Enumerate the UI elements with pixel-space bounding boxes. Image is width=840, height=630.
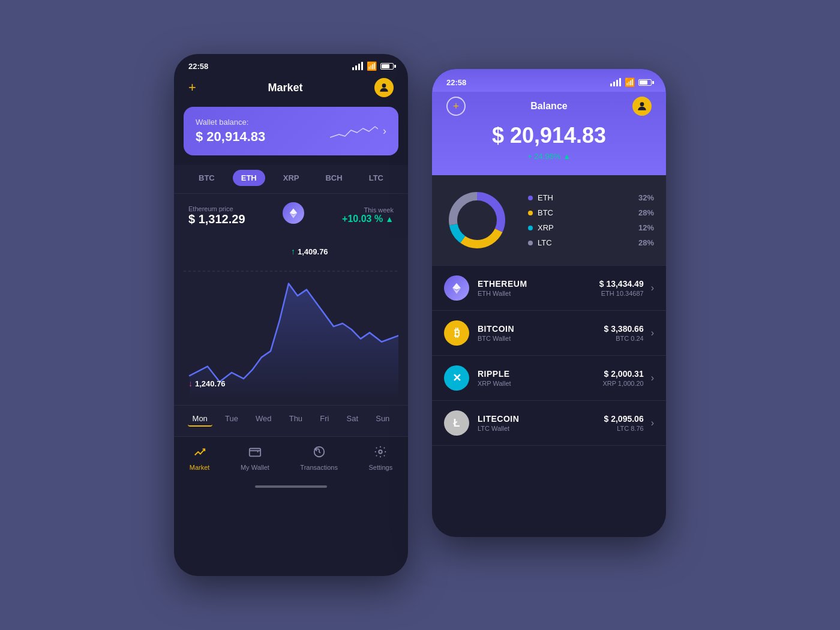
avatar-right[interactable] [632, 97, 652, 116]
transactions-nav-icon [313, 445, 326, 461]
nav-wallet[interactable]: My Wallet [241, 445, 269, 471]
legend-btc: BTC 28% [528, 208, 654, 217]
nav-market[interactable]: Market [190, 445, 210, 471]
tab-btc[interactable]: BTC [190, 170, 223, 186]
wifi-icon: 📶 [367, 61, 377, 71]
tab-ltc[interactable]: LTC [361, 170, 392, 186]
line-chart-svg [184, 247, 398, 400]
day-thu[interactable]: Thu [284, 412, 307, 427]
nav-settings[interactable]: Settings [368, 445, 392, 471]
coin-item-bitcoin[interactable]: ₿ BITCOIN BTC Wallet $ 3,380.66 BTC 0.24… [432, 311, 666, 356]
day-sun[interactable]: Sun [371, 412, 394, 427]
mini-chart-icon [330, 119, 378, 143]
donut-chart [444, 187, 510, 253]
eth-name: ETHEREUM [478, 279, 599, 289]
eth-dot [528, 196, 533, 200]
right-phone: 22:58 📶 + Balance $ 20,914.83 + 24.9 [432, 69, 666, 537]
price-value: $ 1,312.29 [188, 212, 245, 226]
svg-rect-5 [250, 449, 260, 457]
btc-chevron-icon: › [651, 328, 654, 338]
btc-name: BITCOIN [478, 324, 604, 334]
btc-coin-icon: ₿ [444, 320, 469, 346]
settings-nav-icon [374, 445, 387, 461]
svg-marker-14 [452, 283, 461, 290]
price-label: Ethereum price [188, 205, 245, 212]
nav-transactions[interactable]: Transactions [300, 445, 338, 471]
xrp-crypto: XRP 1,000.20 [602, 380, 643, 387]
xrp-chevron-icon: › [651, 373, 654, 383]
wallet-label: Wallet balance: [196, 118, 265, 127]
nav-market-label: Market [190, 464, 210, 471]
btc-crypto: BTC 0.24 [604, 335, 644, 342]
day-mon[interactable]: Mon [188, 412, 212, 427]
ltc-chevron-icon: › [651, 418, 654, 428]
wifi-icon-right: 📶 [625, 77, 635, 87]
balance-header: + Balance $ 20,914.83 + 24.96% ▲ [432, 92, 666, 175]
eth-icon [283, 202, 304, 224]
wallet-amount: $ 20,914.83 [196, 129, 265, 145]
nav-wallet-label: My Wallet [241, 464, 269, 471]
week-label: This week [342, 206, 394, 214]
eth-coin-icon [444, 275, 469, 301]
chart-peak-label: ↑ 1,409.76 [291, 247, 328, 256]
xrp-coin-icon: ✕ [444, 365, 469, 391]
legend-eth: ETH 32% [528, 193, 654, 202]
balance-amount: $ 20,914.83 [446, 123, 652, 148]
svg-marker-1 [290, 209, 298, 215]
market-nav-icon [193, 445, 206, 461]
wallet-balance-card[interactable]: Wallet balance: $ 20,914.83 › [184, 107, 398, 155]
day-selector: Mon Tue Wed Thu Fri Sat Sun [174, 405, 408, 436]
ltc-coin-icon: Ł [444, 410, 469, 436]
day-fri[interactable]: Fri [315, 412, 334, 427]
tab-eth[interactable]: ETH [233, 170, 265, 186]
ltc-crypto: LTC 8.76 [604, 425, 644, 432]
left-phone: 22:58 📶 + Market Wallet balance: $ 20,91… [174, 54, 408, 576]
btc-dot [528, 211, 533, 215]
time-left: 22:58 [188, 62, 208, 71]
tab-xrp[interactable]: XRP [275, 170, 308, 186]
chart-low-label: ↓ 1,240.76 [188, 379, 226, 388]
time-right: 22:58 [446, 78, 466, 87]
nav-transactions-label: Transactions [300, 464, 338, 471]
coin-item-ethereum[interactable]: ETHEREUM ETH Wallet $ 13,434.49 ETH 10.3… [432, 266, 666, 311]
svg-point-13 [460, 203, 494, 237]
home-indicator [255, 485, 327, 488]
xrp-dot [528, 226, 533, 230]
week-change: +10.03 % [342, 214, 383, 224]
portfolio-legend: ETH 32% BTC 28% XRP 12% [528, 193, 654, 247]
avatar-left[interactable] [374, 78, 394, 97]
coin-item-litecoin[interactable]: Ł LITECOIN LTC Wallet $ 2,095.06 LTC 8.7… [432, 401, 666, 446]
change-arrow-icon: ▲ [563, 152, 571, 161]
day-sat[interactable]: Sat [342, 412, 364, 427]
balance-change: + 24.96% ▲ [446, 152, 652, 161]
day-wed[interactable]: Wed [251, 412, 277, 427]
svg-point-7 [379, 450, 383, 454]
nav-settings-label: Settings [368, 464, 392, 471]
market-title: Market [268, 82, 302, 94]
low-arrow-icon: ↓ [188, 379, 193, 388]
add-button[interactable]: + [188, 80, 196, 95]
btc-usd: $ 3,380.66 [604, 324, 644, 334]
ltc-wallet-label: LTC Wallet [478, 425, 604, 432]
add-balance-button[interactable]: + [446, 97, 466, 116]
price-section: Ethereum price $ 1,312.29 This week +10.… [174, 193, 408, 237]
legend-xrp: XRP 12% [528, 223, 654, 232]
eth-wallet-label: ETH Wallet [478, 290, 599, 297]
xrp-usd: $ 2,000.31 [602, 369, 643, 379]
xrp-wallet-label: XRP Wallet [478, 380, 602, 387]
change-value: + 24.96% [527, 152, 560, 161]
ltc-name: LITECOIN [478, 414, 604, 424]
status-bar-left: 22:58 📶 [174, 54, 408, 76]
tab-bch[interactable]: BCH [317, 170, 350, 186]
battery-icon-right [638, 79, 652, 86]
portfolio-section: ETH 32% BTC 28% XRP 12% [432, 175, 666, 266]
coin-list: ETHEREUM ETH Wallet $ 13,434.49 ETH 10.3… [432, 266, 666, 446]
wallet-nav-icon [248, 445, 262, 461]
peak-arrow-icon: ↑ [291, 247, 295, 256]
status-icons-left: 📶 [352, 61, 394, 71]
day-tue[interactable]: Tue [220, 412, 243, 427]
wallet-chevron[interactable]: › [383, 125, 386, 137]
coin-item-ripple[interactable]: ✕ RIPPLE XRP Wallet $ 2,000.31 XRP 1,000… [432, 356, 666, 401]
signal-icon [352, 62, 363, 70]
price-chart: ↑ 1,409.76 ↓ 1,240.76 [174, 237, 408, 405]
